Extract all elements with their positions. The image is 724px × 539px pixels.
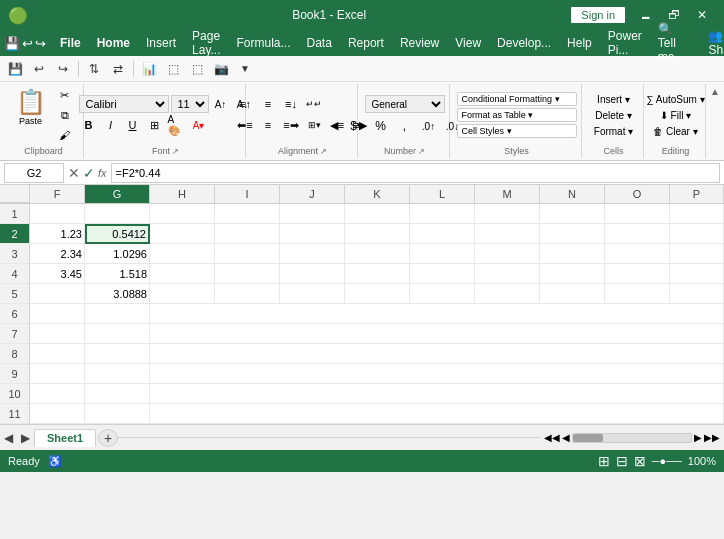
wrap-text-btn[interactable]: ↵↵ — [303, 95, 325, 113]
menu-view[interactable]: View — [447, 34, 489, 52]
cell-O3[interactable] — [605, 244, 670, 264]
cut-btn[interactable]: ✂ — [54, 86, 76, 104]
cell-O2[interactable] — [605, 224, 670, 244]
increase-font-btn[interactable]: A↑ — [211, 95, 231, 113]
cell-L5[interactable] — [410, 284, 475, 304]
cell-G8[interactable] — [85, 344, 150, 364]
scroll-left-btn[interactable]: ◀ — [562, 432, 570, 443]
delete-cells-btn[interactable]: Delete ▾ — [589, 108, 638, 123]
scroll-right-sheet-btn[interactable]: ▶ — [17, 431, 34, 445]
cell-P3[interactable] — [670, 244, 724, 264]
cell-G9[interactable] — [85, 364, 150, 384]
cell-O1[interactable] — [605, 204, 670, 224]
insert-function-btn[interactable]: fx — [98, 167, 107, 179]
col-header-N[interactable]: N — [540, 185, 605, 203]
cell-M2[interactable] — [475, 224, 540, 244]
ctb-redo[interactable]: ↪ — [52, 59, 74, 79]
cell-rest-6[interactable] — [150, 304, 724, 324]
cell-I5[interactable] — [215, 284, 280, 304]
col-header-I[interactable]: I — [215, 185, 280, 203]
cell-H4[interactable] — [150, 264, 215, 284]
cell-G7[interactable] — [85, 324, 150, 344]
cell-G4[interactable]: 1.518 — [85, 264, 150, 284]
cell-M3[interactable] — [475, 244, 540, 264]
cell-L4[interactable] — [410, 264, 475, 284]
insert-cells-btn[interactable]: Insert ▾ — [591, 92, 636, 107]
cell-F9[interactable] — [30, 364, 85, 384]
format-as-table-btn[interactable]: Format as Table ▾ — [457, 108, 577, 122]
menu-data[interactable]: Data — [299, 34, 340, 52]
h-scrollbar-thumb[interactable] — [573, 434, 603, 442]
merge-btn[interactable]: ⊞▾ — [303, 116, 325, 134]
menu-insert[interactable]: Insert — [138, 34, 184, 52]
menu-formulas[interactable]: Formula... — [229, 34, 299, 52]
cell-I4[interactable] — [215, 264, 280, 284]
col-header-H[interactable]: H — [150, 185, 215, 203]
align-bottom-btn[interactable]: ≡↓ — [280, 95, 302, 113]
cell-rest-11[interactable] — [150, 404, 724, 424]
format-cells-btn[interactable]: Format ▾ — [588, 124, 639, 139]
cancel-formula-btn[interactable]: ✕ — [68, 165, 80, 181]
cell-J1[interactable] — [280, 204, 345, 224]
align-right-btn[interactable]: ≡➡ — [280, 116, 302, 134]
accessibility-icon[interactable]: ♿ — [48, 455, 62, 468]
col-header-P[interactable]: P — [670, 185, 724, 203]
cell-reference-box[interactable]: G2 — [4, 163, 64, 183]
number-format-select[interactable]: General Number Currency — [365, 95, 445, 113]
cell-F2[interactable]: 1.23 — [30, 224, 85, 244]
cell-N3[interactable] — [540, 244, 605, 264]
cell-G3[interactable]: 1.0296 — [85, 244, 150, 264]
border-btn[interactable]: ⊞ — [145, 116, 165, 134]
fill-color-btn[interactable]: A🎨 — [167, 116, 187, 134]
cell-M1[interactable] — [475, 204, 540, 224]
cell-I3[interactable] — [215, 244, 280, 264]
menu-tellme[interactable]: 🔍 Tell me... — [650, 20, 693, 66]
cell-L2[interactable] — [410, 224, 475, 244]
cell-L1[interactable] — [410, 204, 475, 224]
cell-L3[interactable] — [410, 244, 475, 264]
cell-N1[interactable] — [540, 204, 605, 224]
paste-btn[interactable]: 📋 Paste — [12, 86, 50, 128]
col-header-K[interactable]: K — [345, 185, 410, 203]
formula-input[interactable]: =F2*0.44 — [111, 163, 720, 183]
clear-btn[interactable]: 🗑 Clear ▾ — [647, 124, 703, 139]
ctb-sort-desc[interactable]: ⇄ — [107, 59, 129, 79]
scroll-far-right-btn[interactable]: ▶▶ — [704, 432, 720, 443]
cell-K2[interactable] — [345, 224, 410, 244]
cell-P1[interactable] — [670, 204, 724, 224]
cell-J3[interactable] — [280, 244, 345, 264]
ribbon-collapse-btn[interactable]: ▲ — [708, 84, 722, 158]
cell-G2[interactable]: 0.5412 — [85, 224, 150, 244]
add-sheet-btn[interactable]: + — [98, 429, 118, 447]
cell-J4[interactable] — [280, 264, 345, 284]
ctb-border2[interactable]: ⬚ — [186, 59, 208, 79]
undo-qa-btn[interactable]: ↩ — [22, 33, 33, 53]
scroll-left-sheet-btn[interactable]: ◀ — [0, 431, 17, 445]
cell-I1[interactable] — [215, 204, 280, 224]
col-header-L[interactable]: L — [410, 185, 475, 203]
cell-F7[interactable] — [30, 324, 85, 344]
menu-report[interactable]: Report — [340, 34, 392, 52]
cell-G1[interactable] — [85, 204, 150, 224]
cell-I2[interactable] — [215, 224, 280, 244]
number-expand-icon[interactable]: ↗ — [418, 147, 425, 156]
cell-H2[interactable] — [150, 224, 215, 244]
cell-F5[interactable] — [30, 284, 85, 304]
cell-F11[interactable] — [30, 404, 85, 424]
scroll-far-left-btn[interactable]: ◀◀ — [544, 432, 560, 443]
menu-review[interactable]: Review — [392, 34, 447, 52]
ctb-chart[interactable]: 📊 — [138, 59, 160, 79]
conditional-formatting-btn[interactable]: Conditional Formatting ▾ — [457, 92, 577, 106]
ctb-more[interactable]: ▼ — [234, 59, 256, 79]
font-name-select[interactable]: Calibri Arial — [79, 95, 169, 113]
sheet-tab-sheet1[interactable]: Sheet1 — [34, 429, 96, 447]
cell-J5[interactable] — [280, 284, 345, 304]
normal-view-btn[interactable]: ⊞ — [598, 453, 610, 469]
cell-F3[interactable]: 2.34 — [30, 244, 85, 264]
cell-P4[interactable] — [670, 264, 724, 284]
cell-F6[interactable] — [30, 304, 85, 324]
percent-btn[interactable]: % — [370, 117, 392, 135]
cell-N4[interactable] — [540, 264, 605, 284]
col-header-G[interactable]: G — [85, 185, 150, 203]
italic-btn[interactable]: I — [101, 116, 121, 134]
